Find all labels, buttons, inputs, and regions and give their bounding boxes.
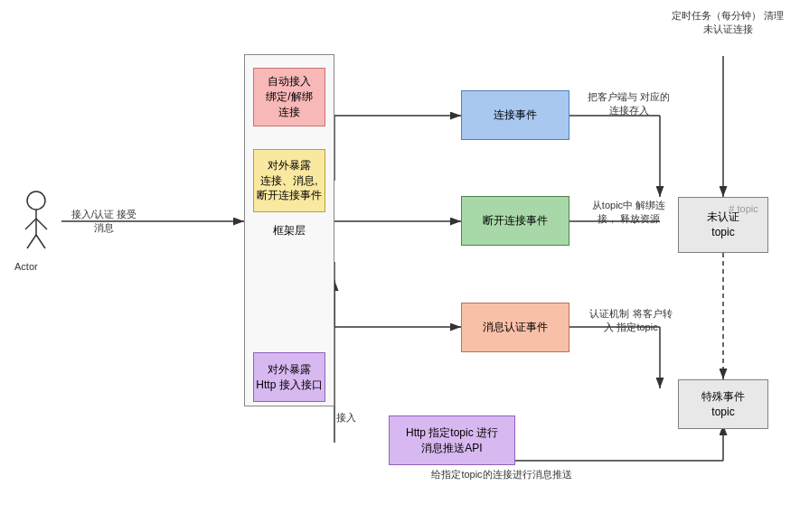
actor-label: Actor — [14, 260, 38, 274]
svg-point-18 — [27, 191, 45, 210]
auth-event-label: 消息认证事件 — [483, 320, 548, 335]
special-topic-box: 特殊事件 topic — [678, 379, 768, 429]
special-topic-label: 特殊事件 topic — [701, 389, 745, 420]
auto-connect-label: 自动接入 绑定/解绑 连接 — [266, 74, 312, 119]
expose-http-box: 对外暴露 Http 接入接口 — [253, 352, 325, 402]
expose-events-label: 对外暴露 连接、消息, 断开连接事件 — [257, 158, 322, 203]
auth-event-box: 消息认证事件 — [461, 303, 569, 352]
actor-figure — [18, 190, 54, 265]
svg-line-23 — [36, 235, 45, 248]
svg-line-20 — [25, 219, 36, 229]
svg-line-22 — [27, 235, 36, 248]
timer-task-label: 定时任务（每分钟） 清理未认证连接 — [669, 9, 786, 37]
push-all-label: 给指定topic的连接进行消息推送 — [389, 468, 615, 481]
http-api-label: Http 指定topic 进行 消息推送API — [406, 425, 498, 456]
expose-http-label: 对外暴露 Http 接入接口 — [256, 362, 322, 393]
auto-connect-box: 自动接入 绑定/解绑 连接 — [253, 68, 325, 126]
http-api-box: Http 指定topic 进行 消息推送API — [389, 415, 515, 465]
actor-actions-label: 接入/认证 接受消息 — [68, 208, 140, 236]
join-label: 接入 — [336, 411, 356, 425]
hash-topic-label: # topic — [687, 202, 800, 216]
connect-event-label: 连接事件 — [494, 107, 537, 123]
store-client-label: 把客户端与 对应的连接存入 — [586, 90, 672, 118]
expose-events-box: 对外暴露 连接、消息, 断开连接事件 — [253, 149, 325, 212]
frame-layer-label: 框架层 — [273, 223, 306, 238]
svg-line-21 — [36, 219, 47, 229]
auth-move-label: 认证机制 将客户转入 指定topic — [586, 307, 676, 335]
disconnect-event-box: 断开连接事件 — [461, 196, 569, 246]
connect-event-box: 连接事件 — [461, 90, 569, 140]
unbind-label: 从topic中 解绑连接， 释放资源 — [586, 199, 672, 227]
disconnect-event-label: 断开连接事件 — [483, 213, 548, 229]
